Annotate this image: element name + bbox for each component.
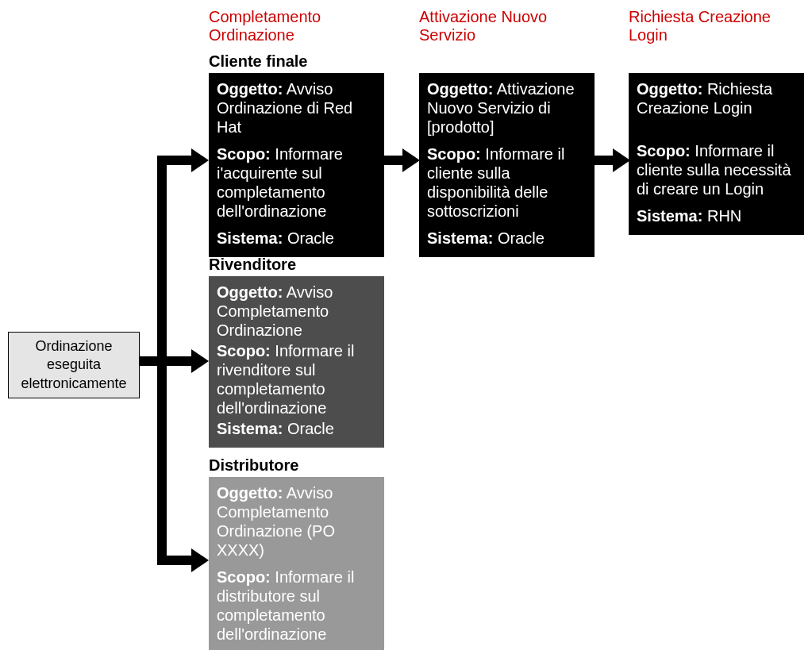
card-cliente-finale-completamento: Oggetto: Avviso Ordinazione di Red Hat S… <box>209 73 384 257</box>
label-oggetto: Oggetto: <box>637 80 702 98</box>
label-scopo: Scopo: <box>427 145 481 163</box>
label-sistema: Sistema: <box>427 229 493 247</box>
card-cf1-sistema: Oracle <box>287 229 334 247</box>
subheader-distributore: Distributore <box>209 456 298 475</box>
card-riv-sistema: Oracle <box>287 420 334 437</box>
column-header-attivazione: Attivazione Nuovo Servizio <box>419 8 578 44</box>
card-distributore: Oggetto: Avviso Completamento Ordinazion… <box>209 477 384 650</box>
label-sistema: Sistema: <box>637 207 702 225</box>
label-scopo: Scopo: <box>217 342 271 360</box>
label-oggetto: Oggetto: <box>217 484 283 502</box>
start-box: Ordinazione eseguita elettronicamente <box>8 332 140 398</box>
label-scopo: Scopo: <box>637 142 691 160</box>
card-cliente-finale-richiesta: Oggetto: Richiesta Creazione Login Scopo… <box>629 73 804 235</box>
start-line-1: Ordinazione <box>35 338 112 354</box>
start-line-2: eseguita <box>47 356 101 372</box>
label-oggetto: Oggetto: <box>217 80 283 98</box>
label-sistema: Sistema: <box>217 420 283 437</box>
subheader-cliente-finale: Cliente finale <box>209 52 307 71</box>
start-line-3: elettronicamente <box>21 375 126 391</box>
label-scopo: Scopo: <box>217 145 271 163</box>
subheader-rivenditore: Rivenditore <box>209 256 296 274</box>
label-oggetto: Oggetto: <box>427 80 493 98</box>
label-sistema: Sistema: <box>217 229 283 247</box>
column-header-richiesta: Richiesta Creazione Login <box>629 8 803 44</box>
label-oggetto: Oggetto: <box>217 283 283 301</box>
card-rivenditore: Oggetto: Avviso Completamento Ordinazion… <box>209 276 384 448</box>
card-cf3-sistema: RHN <box>707 207 741 225</box>
label-scopo: Scopo: <box>217 568 271 586</box>
column-header-completamento: Completamento Ordinazione <box>209 8 368 44</box>
card-cf2-sistema: Oracle <box>498 229 545 247</box>
card-cliente-finale-attivazione: Oggetto: Attivazione Nuovo Servizio di [… <box>419 73 595 257</box>
